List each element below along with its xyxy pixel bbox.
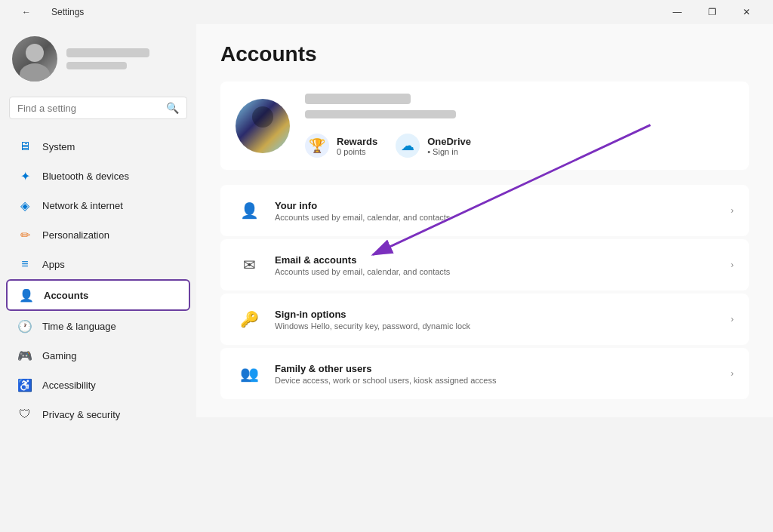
profile-name-placeholder (66, 48, 149, 57)
time-icon: 🕐 (18, 319, 32, 333)
search-bar[interactable]: 🔍 (9, 97, 187, 119)
accounts-icon: 👤 (20, 288, 33, 302)
sign-in-options-desc: Windows Hello, security key, password, d… (275, 321, 719, 331)
avatar (12, 36, 57, 81)
sidebar-item-label-apps: Apps (42, 259, 65, 270)
sidebar-item-accounts[interactable]: 👤Accounts (6, 279, 190, 311)
sign-in-options-label: Sign-in options (275, 309, 719, 320)
app-body: 🔍 🖥System✦Bluetooth & devices◈Network & … (0, 24, 773, 532)
sidebar-item-personalization[interactable]: ✏Personalization (6, 220, 190, 249)
sidebar-item-label-accessibility: Accessibility (42, 380, 96, 391)
sidebar-item-system[interactable]: 🖥System (6, 132, 190, 161)
rewards-icon: 🏆 (305, 134, 329, 158)
settings-item-your-info[interactable]: 👤Your infoAccounts used by email, calend… (220, 185, 749, 236)
sidebar-item-network[interactable]: ◈Network & internet (6, 191, 190, 220)
title-bar: ← Settings — ❐ ✕ (0, 0, 773, 24)
onedrive-item[interactable]: ☁ OneDrive • Sign in (396, 134, 471, 158)
content-wrapper: Accounts 🏆 Rewards 0 points (196, 24, 773, 532)
sidebar-item-label-system: System (42, 141, 75, 152)
gaming-icon: 🎮 (18, 349, 32, 362)
family-users-desc: Device access, work or school users, kio… (275, 376, 719, 385)
search-icon: 🔍 (166, 102, 179, 114)
settings-item-sign-in-options[interactable]: 🔑Sign-in optionsWindows Hello, security … (220, 294, 749, 345)
content-avatar (236, 99, 290, 153)
family-users-icon: 👥 (236, 360, 263, 387)
sign-in-options-icon: 🔑 (236, 306, 263, 333)
sidebar-profile (0, 24, 196, 91)
sidebar-item-label-time: Time & language (42, 321, 116, 332)
app-title: Settings (51, 7, 84, 17)
settings-item-email-accounts[interactable]: ✉Email & accountsAccounts used by email,… (220, 239, 749, 291)
your-info-icon: 👤 (236, 197, 263, 224)
sidebar-item-privacy[interactable]: 🛡Privacy & security (6, 400, 190, 429)
email-accounts-desc: Accounts used by email, calendar, and co… (275, 267, 719, 276)
privacy-icon: 🛡 (18, 407, 32, 421)
sidebar-item-label-accounts: Accounts (44, 290, 88, 301)
onedrive-text: OneDrive • Sign in (427, 136, 471, 156)
sidebar-item-apps[interactable]: ≡Apps (6, 250, 190, 278)
sidebar-item-time[interactable]: 🕐Time & language (6, 312, 190, 340)
content-area: Accounts 🏆 Rewards 0 points (196, 24, 773, 417)
rewards-row: 🏆 Rewards 0 points ☁ OneDrive • Sign in (305, 134, 471, 158)
your-info-desc: Accounts used by email, calendar, and co… (275, 213, 719, 222)
email-accounts-text: Email & accountsAccounts used by email, … (275, 254, 719, 276)
profile-sub-placeholder (66, 62, 127, 69)
onedrive-status: • Sign in (427, 147, 471, 156)
sign-in-options-text: Sign-in optionsWindows Hello, security k… (275, 309, 719, 331)
rewards-points: 0 points (337, 147, 377, 156)
sidebar-item-accessibility[interactable]: ♿Accessibility (6, 371, 190, 399)
rewards-text: Rewards 0 points (337, 136, 377, 156)
sign-in-options-chevron-icon: › (731, 314, 734, 324)
your-info-label: Your info (275, 200, 719, 211)
search-input[interactable] (17, 103, 160, 114)
settings-list: 👤Your infoAccounts used by email, calend… (220, 185, 749, 399)
settings-item-family-users[interactable]: 👥Family & other usersDevice access, work… (220, 348, 749, 399)
rewards-label: Rewards (337, 136, 377, 147)
sidebar-item-label-personalization: Personalization (42, 229, 109, 241)
profile-section: 🏆 Rewards 0 points ☁ OneDrive • Sign in (220, 81, 749, 170)
family-users-text: Family & other usersDevice access, work … (275, 363, 719, 385)
family-users-chevron-icon: › (731, 368, 734, 379)
apps-icon: ≡ (18, 257, 32, 271)
your-info-text: Your infoAccounts used by email, calenda… (275, 200, 719, 222)
system-icon: 🖥 (18, 140, 32, 153)
network-icon: ◈ (18, 198, 32, 212)
content-name-placeholder (305, 94, 411, 104)
email-accounts-icon: ✉ (236, 251, 263, 278)
nav-list: 🖥System✦Bluetooth & devices◈Network & in… (0, 128, 196, 432)
family-users-label: Family & other users (275, 363, 719, 374)
email-accounts-chevron-icon: › (731, 260, 734, 270)
sidebar-item-label-privacy: Privacy & security (42, 409, 120, 420)
close-button[interactable]: ✕ (729, 0, 764, 24)
sidebar-item-label-gaming: Gaming (42, 350, 77, 361)
sidebar: 🔍 🖥System✦Bluetooth & devices◈Network & … (0, 24, 196, 532)
profile-info (66, 48, 149, 69)
onedrive-icon: ☁ (396, 134, 420, 158)
title-bar-controls: — ❐ ✕ (660, 0, 764, 24)
sidebar-item-label-bluetooth: Bluetooth & devices (42, 171, 129, 182)
title-bar-left: ← Settings (9, 0, 660, 24)
onedrive-label: OneDrive (427, 136, 471, 147)
back-button[interactable]: ← (9, 0, 44, 24)
personalization-icon: ✏ (18, 228, 32, 241)
sidebar-item-bluetooth[interactable]: ✦Bluetooth & devices (6, 161, 190, 190)
content-email-placeholder (305, 110, 456, 118)
sidebar-item-label-network: Network & internet (42, 200, 123, 211)
bluetooth-icon: ✦ (18, 169, 32, 183)
accessibility-icon: ♿ (18, 378, 32, 392)
your-info-chevron-icon: › (731, 205, 734, 216)
minimize-button[interactable]: — (660, 0, 694, 24)
email-accounts-label: Email & accounts (275, 254, 719, 266)
maximize-button[interactable]: ❐ (694, 0, 729, 24)
sidebar-item-gaming[interactable]: 🎮Gaming (6, 341, 190, 370)
profile-meta: 🏆 Rewards 0 points ☁ OneDrive • Sign in (305, 94, 471, 158)
rewards-item[interactable]: 🏆 Rewards 0 points (305, 134, 377, 158)
page-title: Accounts (220, 42, 749, 66)
